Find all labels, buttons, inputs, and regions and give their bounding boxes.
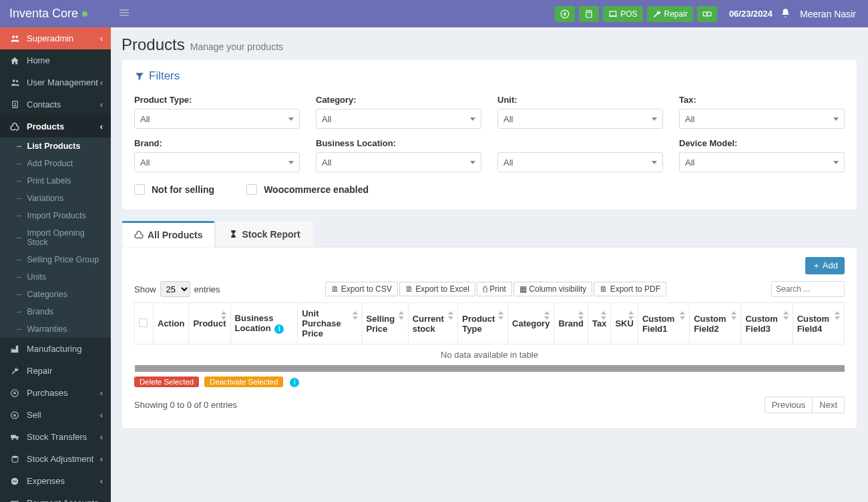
column-visibility-button[interactable]: ▦ Column visibility [513,282,592,296]
quick-add-button[interactable] [555,6,575,22]
sidebar-toggle-button[interactable] [111,8,138,19]
th-business-location[interactable]: Business Location i [230,303,298,344]
sidebar-item-products[interactable]: Products ‹ [0,115,111,138]
page-length-select[interactable]: 25 [160,281,190,297]
print-button[interactable]: ⎙ Print [477,282,512,296]
tab-stock-report[interactable]: Stock Report [216,221,312,246]
th-custom4[interactable]: Custom Field4 [793,303,844,344]
th-brand[interactable]: Brand [554,303,588,344]
sidebar-item-stock-adjustment[interactable]: Stock Adjustment ‹ [0,448,111,470]
filter-select-unnamed[interactable]: All [497,152,663,172]
repair-button[interactable]: Repair [647,6,693,22]
th-custom2[interactable]: Custom Field2 [690,303,741,344]
filter-select-unit[interactable]: All [497,109,663,129]
sidebar-item-label: Repair [27,366,52,376]
sidebar-item-expenses[interactable]: Expenses ‹ [0,470,111,492]
pos-button[interactable]: POS [603,6,642,22]
export-pdf-button[interactable]: 🗎 Export to PDF [594,282,666,296]
filter-select-product-type[interactable]: All [134,109,300,129]
filter-select-category[interactable]: All [316,109,481,129]
sub-item-units[interactable]: →Units [0,268,111,286]
sidebar-item-repair[interactable]: Repair [0,360,111,382]
select-value: All [322,114,331,124]
table-length-control: Show 25 entries [134,281,220,297]
money-bill-icon [702,9,712,19]
sub-item-selling-price-group[interactable]: →Selling Price Group [0,251,111,268]
cash-register-button[interactable] [697,6,717,22]
sub-item-add-product[interactable]: →Add Product [0,155,111,172]
sub-item-print-labels[interactable]: →Print Labels [0,172,111,190]
notifications-button[interactable] [781,8,791,20]
sidebar-item-stock-transfers[interactable]: Stock Transfers ‹ [0,426,111,448]
filter-select-brand[interactable]: All [134,152,300,172]
product-tabs: All Products Stock Report [122,221,857,247]
page-title: Products [122,35,185,54]
svg-point-15 [14,103,15,104]
sidebar-item-label: Variations [27,194,64,203]
add-product-button[interactable]: ＋ Add [805,257,845,274]
th-selling-price[interactable]: Selling Price [362,303,408,344]
table-header-row: Action Product Business Location i Unit … [135,303,845,344]
tab-all-products[interactable]: All Products [122,221,215,247]
user-menu[interactable]: Meeran Nasir [800,9,856,19]
sub-item-import-products[interactable]: →Import Products [0,207,111,224]
checkbox-icon [246,184,257,195]
page-prev-button[interactable]: Previous [765,397,813,413]
sidebar-item-contacts[interactable]: Contacts ‹ [0,93,111,115]
cubes-icon [8,122,21,132]
export-excel-button[interactable]: 🗎 Export to Excel [399,282,475,296]
sidebar-item-user-management[interactable]: User Management ‹ [0,71,111,93]
delete-selected-button[interactable]: Delete Selected [134,376,199,387]
sub-item-import-opening-stock[interactable]: →Import Opening Stock [0,224,111,251]
check-not-for-selling[interactable]: Not for selling [134,184,214,195]
sub-item-brands[interactable]: →Brands [0,303,111,320]
table-empty-row: No data available in table [135,344,845,366]
sidebar-item-sell[interactable]: Sell ‹ [0,404,111,426]
deactivate-selected-button[interactable]: Deactivate Selected [204,376,283,387]
sidebar-item-superadmin[interactable]: Superadmin ‹ [0,27,111,49]
th-product-type[interactable]: Product Type [458,303,508,344]
sub-item-warranties[interactable]: →Warranties [0,320,111,338]
th-unit-purchase-price[interactable]: Unit Purchase Price [298,303,362,344]
sidebar-item-home[interactable]: Home [0,49,111,71]
th-sku[interactable]: SKU [611,303,638,344]
sub-item-variations[interactable]: →Variations [0,190,111,207]
select-value: All [322,158,331,168]
sub-item-list-products[interactable]: →List Products [0,138,111,155]
checkbox-icon [134,184,145,195]
filters-toggle[interactable]: Filters [134,69,845,83]
info-icon[interactable]: i [274,324,284,334]
filter-select-device-model[interactable]: All [679,152,845,172]
th-action[interactable]: Action [154,303,189,344]
th-category[interactable]: Category [508,303,554,344]
export-csv-button[interactable]: 🗎 Export to CSV [325,282,398,296]
select-all-checkbox[interactable] [139,318,148,327]
sidebar-item-manufacturing[interactable]: Manufacturing [0,338,111,360]
select-value: All [685,158,694,168]
empty-message: No data available in table [135,344,845,366]
header-date[interactable]: 06/23/2024 [729,9,773,19]
filter-select-tax[interactable]: All [679,109,845,129]
sidebar-item-purchases[interactable]: Purchases ‹ [0,382,111,404]
th-custom3[interactable]: Custom Field3 [741,303,793,344]
calculator-icon [584,9,594,19]
th-current-stock[interactable]: Current stock [408,303,457,344]
sidebar-item-payment-accounts[interactable]: Payment Accounts ‹ [0,492,111,502]
app-logo[interactable]: Inventa Core [0,0,111,27]
filter-select-business-location[interactable]: All [316,152,481,172]
th-product[interactable]: Product [189,303,230,344]
table-search-input[interactable] [771,281,845,297]
check-woocommerce[interactable]: Woocommerce enabled [246,184,369,195]
tab-label: Stock Report [242,229,300,240]
pos-icon [608,9,618,19]
sub-item-categories[interactable]: →Categories [0,286,111,303]
calculator-button[interactable] [579,6,599,22]
chevron-left-icon: ‹ [100,476,103,486]
info-icon[interactable]: i [290,378,299,387]
select-value: All [503,158,513,168]
th-custom1[interactable]: Custom Field1 [638,303,689,344]
svg-point-12 [12,79,15,82]
th-tax[interactable]: Tax [588,303,610,344]
page-next-button[interactable]: Next [813,397,845,413]
filters-head-label: Filters [149,69,180,83]
